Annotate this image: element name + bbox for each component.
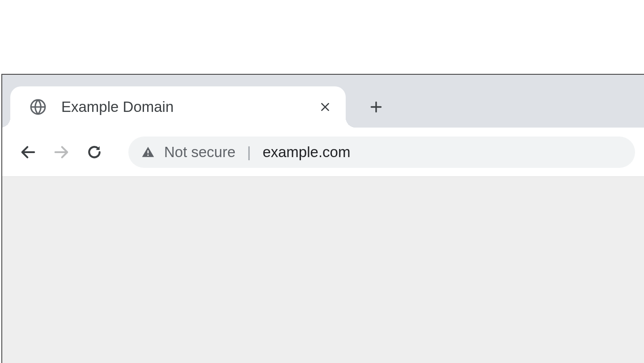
new-tab-button[interactable] xyxy=(362,93,390,121)
svg-rect-2 xyxy=(148,154,149,156)
toolbar: Not secure | example.com xyxy=(2,128,644,177)
page-content xyxy=(2,177,644,363)
globe-icon xyxy=(29,98,47,116)
reload-button[interactable] xyxy=(82,140,107,165)
forward-button[interactable] xyxy=(49,140,74,165)
browser-window: Example Domain xyxy=(1,74,644,363)
not-secure-warning-icon[interactable] xyxy=(141,145,155,159)
arrow-right-icon xyxy=(52,143,70,161)
address-bar[interactable]: Not secure | example.com xyxy=(128,137,635,168)
back-button[interactable] xyxy=(16,140,41,165)
address-divider: | xyxy=(245,144,254,161)
security-status-label: Not secure xyxy=(164,144,236,161)
browser-tab[interactable]: Example Domain xyxy=(10,86,346,128)
tab-title: Example Domain xyxy=(61,98,317,115)
url-text: example.com xyxy=(263,144,350,161)
tab-close-button[interactable] xyxy=(317,99,333,115)
svg-rect-1 xyxy=(148,150,149,154)
reload-icon xyxy=(85,143,103,161)
arrow-left-icon xyxy=(19,143,37,161)
close-icon xyxy=(319,101,331,113)
tab-strip: Example Domain xyxy=(2,75,644,128)
plus-icon xyxy=(369,100,383,114)
